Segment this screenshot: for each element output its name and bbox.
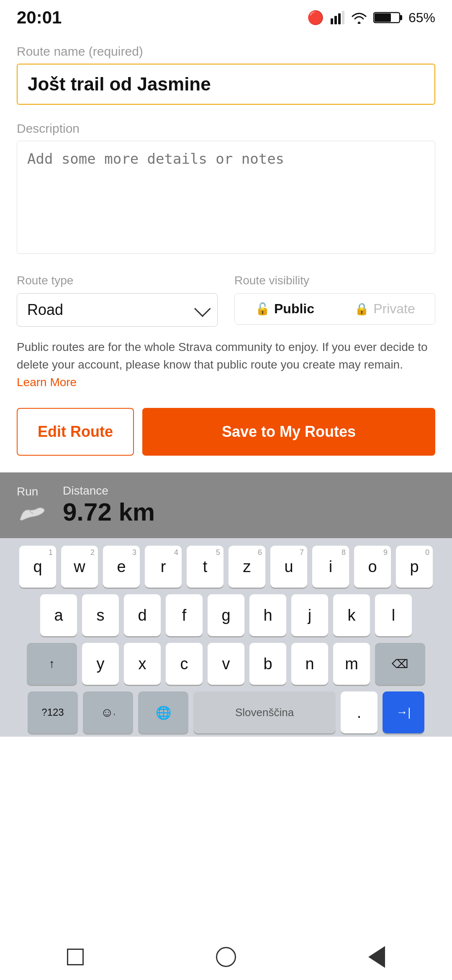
- nav-square-button[interactable]: [61, 942, 90, 972]
- key-e[interactable]: 3e: [103, 546, 140, 588]
- key-t[interactable]: 5t: [187, 546, 223, 588]
- lock-open-icon: 🔓: [255, 302, 270, 316]
- svg-rect-2: [338, 13, 341, 24]
- battery-percent: 65%: [408, 10, 435, 26]
- keyboard-row-3: ↑ y x c v b n m ⌫: [0, 640, 452, 688]
- key-x[interactable]: x: [124, 643, 161, 685]
- visibility-public-btn[interactable]: 🔓 Public: [235, 294, 335, 324]
- action-buttons: Edit Route Save to My Routes: [0, 408, 452, 456]
- bluetooth-icon: 🔴: [307, 10, 324, 26]
- shift-key[interactable]: ↑: [27, 643, 77, 685]
- form-area: Route name (required) Description Route …: [0, 32, 452, 391]
- route-name-section: Route name (required): [17, 44, 435, 105]
- svg-rect-5: [375, 13, 391, 22]
- signal-icon: [330, 10, 345, 25]
- wifi-icon: [351, 11, 367, 24]
- backspace-key[interactable]: ⌫: [375, 643, 425, 685]
- key-r[interactable]: 4r: [145, 546, 182, 588]
- globe-key[interactable]: 🌐: [138, 691, 188, 733]
- circle-icon: [216, 947, 236, 967]
- battery-icon: [373, 10, 403, 25]
- visibility-private-btn[interactable]: 🔒 Private: [335, 294, 435, 324]
- keyboard: 1q 2w 3e 4r 5t 6z 7u 8i 9o 0p a s d f g …: [0, 538, 452, 737]
- status-icons: 🔴 65%: [307, 10, 435, 26]
- key-i[interactable]: 8i: [312, 546, 349, 588]
- route-options: Route type Road Route visibility 🔓 Publi…: [17, 274, 435, 327]
- activity-type-label: Run: [17, 485, 38, 498]
- svg-rect-1: [334, 16, 337, 24]
- key-w[interactable]: 2w: [61, 546, 98, 588]
- enter-key[interactable]: →|: [383, 691, 424, 733]
- nav-home-button[interactable]: [211, 942, 241, 972]
- stats-distance: Distance 9.72 km: [63, 484, 155, 526]
- key-h[interactable]: h: [249, 594, 286, 636]
- triangle-icon: [368, 946, 385, 968]
- lock-closed-icon: 🔒: [354, 302, 369, 316]
- key-m[interactable]: m: [333, 643, 370, 685]
- square-icon: [67, 949, 84, 965]
- key-z[interactable]: 6z: [229, 546, 265, 588]
- keyboard-row-4: ?123 ☺, 🌐 Slovenščina . →|: [0, 688, 452, 737]
- route-name-input[interactable]: [17, 64, 435, 105]
- distance-label: Distance: [63, 484, 155, 498]
- key-a[interactable]: a: [40, 594, 77, 636]
- description-section: Description: [17, 121, 435, 255]
- key-q[interactable]: 1q: [19, 546, 56, 588]
- key-u[interactable]: 7u: [270, 546, 307, 588]
- public-notice: Public routes are for the whole Strava c…: [17, 338, 435, 391]
- key-l[interactable]: l: [375, 594, 412, 636]
- keyboard-row-1: 1q 2w 3e 4r 5t 6z 7u 8i 9o 0p: [0, 542, 452, 591]
- visibility-private-label: Private: [373, 301, 415, 317]
- route-type-dropdown[interactable]: Road: [17, 293, 218, 327]
- key-d[interactable]: d: [124, 594, 161, 636]
- svg-rect-0: [331, 18, 333, 24]
- route-visibility-section: Route visibility 🔓 Public 🔒 Private: [234, 274, 435, 325]
- description-textarea[interactable]: [17, 141, 435, 254]
- key-g[interactable]: g: [208, 594, 244, 636]
- learn-more-link[interactable]: Learn More: [17, 376, 77, 389]
- numbers-key[interactable]: ?123: [28, 691, 78, 733]
- description-label: Description: [17, 121, 435, 136]
- svg-rect-3: [342, 11, 344, 24]
- edit-route-button[interactable]: Edit Route: [17, 408, 134, 456]
- key-f[interactable]: f: [166, 594, 203, 636]
- chevron-down-icon: [194, 300, 211, 317]
- visibility-public-label: Public: [274, 301, 314, 317]
- save-routes-button[interactable]: Save to My Routes: [142, 408, 435, 456]
- svg-rect-6: [400, 15, 402, 20]
- run-icon: [17, 501, 46, 526]
- route-visibility-label: Route visibility: [234, 274, 435, 287]
- route-type-value: Road: [27, 301, 63, 319]
- distance-value: 9.72 km: [63, 498, 155, 526]
- key-c[interactable]: c: [166, 643, 203, 685]
- period-key[interactable]: .: [341, 691, 378, 733]
- route-type-label: Route type: [17, 274, 218, 287]
- shoe-icon: [17, 501, 46, 526]
- keyboard-row-2: a s d f g h j k l: [0, 591, 452, 640]
- status-time: 20:01: [17, 8, 62, 28]
- key-s[interactable]: s: [82, 594, 119, 636]
- key-v[interactable]: v: [208, 643, 244, 685]
- route-type-section: Route type Road: [17, 274, 218, 327]
- key-k[interactable]: k: [333, 594, 370, 636]
- space-key[interactable]: Slovenščina: [193, 691, 336, 733]
- stats-bar: Run Distance 9.72 km: [0, 472, 452, 538]
- key-n[interactable]: n: [291, 643, 328, 685]
- key-j[interactable]: j: [291, 594, 328, 636]
- key-p[interactable]: 0p: [396, 546, 433, 588]
- status-bar: 20:01 🔴 65%: [0, 0, 452, 32]
- emoji-key[interactable]: ☺,: [83, 691, 133, 733]
- key-b[interactable]: b: [249, 643, 286, 685]
- visibility-toggle: 🔓 Public 🔒 Private: [234, 293, 435, 325]
- key-y[interactable]: y: [82, 643, 119, 685]
- nav-bar: [0, 934, 452, 980]
- nav-back-button[interactable]: [362, 942, 391, 972]
- route-name-label: Route name (required): [17, 44, 435, 59]
- key-o[interactable]: 9o: [354, 546, 391, 588]
- stats-activity: Run: [17, 485, 46, 526]
